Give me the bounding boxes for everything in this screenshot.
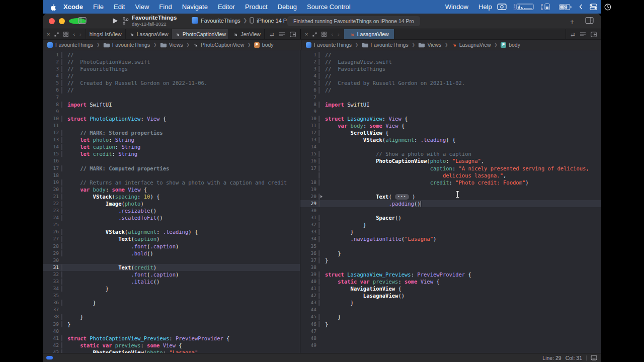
code-line[interactable]: 23 .resizable() (43, 207, 300, 214)
code-line[interactable]: 49 (300, 342, 601, 349)
line-number[interactable]: 3 (300, 65, 317, 72)
code-line[interactable]: 42 static var previews: some View { (43, 342, 300, 349)
line-number[interactable]: 19 (300, 186, 317, 193)
line-number[interactable]: 13 (300, 136, 317, 143)
scheme-selector[interactable]: FavouriteThings ❯ iPhone 14 Pro (192, 17, 292, 24)
line-number[interactable]: 39 (300, 271, 317, 278)
code-line[interactable]: 35 (43, 292, 300, 299)
code-line[interactable]: 36 } (300, 250, 601, 257)
tab-LasagnaView[interactable]: LasagnaView (126, 29, 172, 39)
menu-item-xcode[interactable]: Xcode (58, 3, 88, 11)
line-number[interactable]: 3 (43, 65, 60, 72)
clock-icon[interactable] (604, 4, 611, 11)
code-line[interactable]: 13 let photo: String (43, 136, 300, 143)
line-number[interactable]: 17 (300, 165, 317, 172)
line-number[interactable]: 31 (43, 264, 60, 271)
code-line[interactable]: 34 } (43, 285, 300, 292)
line-number[interactable]: 6 (43, 86, 60, 94)
scheme-name[interactable]: FavouriteThings (201, 18, 240, 24)
code-line[interactable]: 19 (300, 186, 601, 193)
line-number[interactable] (300, 172, 317, 179)
tab-JenView[interactable]: JenView (229, 29, 265, 39)
code-line[interactable]: 29 .padding() (300, 200, 601, 207)
line-number[interactable]: 35 (43, 292, 60, 299)
code-line[interactable]: 14 let caption: String (43, 143, 300, 150)
code-line[interactable]: 2// LasagnaView.swift (300, 58, 601, 65)
left-editor-jump-bar[interactable]: FavouriteThings❯FavouriteThings❯Views❯Ph… (43, 40, 301, 50)
line-number[interactable]: 7 (43, 94, 60, 101)
display-icon[interactable] (591, 355, 597, 360)
editor-options-icon[interactable] (580, 32, 586, 37)
line-number[interactable]: 25 (43, 221, 60, 228)
cpu-meter-icon[interactable]: CPU (514, 4, 534, 10)
line-number[interactable]: 18 (300, 179, 317, 186)
line-number[interactable]: 7 (300, 94, 317, 101)
code-line[interactable]: 33 } (300, 228, 601, 235)
code-line[interactable]: 10struct LasagnaView: View { (300, 115, 601, 122)
code-line[interactable]: 27 Text(caption) (43, 235, 300, 242)
line-number[interactable]: 34 (300, 235, 317, 242)
code-line[interactable]: 33 .italic() (43, 278, 300, 285)
breadcrumb-item-views[interactable]: Views (169, 42, 183, 48)
line-number[interactable]: 24 (43, 214, 60, 221)
line-number[interactable]: 8 (300, 101, 317, 108)
minimize-window-button[interactable] (59, 18, 65, 24)
breadcrumb-item-favouritethings[interactable]: FavouriteThings (314, 42, 352, 48)
close-editor-icon[interactable]: × (305, 32, 308, 37)
code-line[interactable]: 12 ScrollView { (300, 129, 601, 136)
run-button[interactable] (112, 18, 118, 24)
code-line[interactable]: 17 caption: "A nicely presented serving … (300, 165, 601, 172)
line-number[interactable]: 10 (300, 115, 317, 122)
line-number[interactable]: 13 (43, 136, 60, 143)
menu-item-help[interactable]: Help (473, 3, 497, 11)
line-number[interactable]: 4 (43, 72, 60, 79)
forward-icon[interactable]: › (338, 32, 340, 37)
code-line[interactable]: 8import SwiftUI (300, 101, 601, 108)
line-number[interactable]: 28 (43, 243, 60, 250)
code-line[interactable]: 48 (300, 335, 601, 342)
line-number[interactable]: 36 (43, 299, 60, 306)
library-add-button[interactable]: + (570, 18, 574, 26)
breadcrumb-item-body[interactable]: body (262, 42, 274, 48)
breadcrumb-item-favouritethings[interactable]: FavouriteThings (55, 42, 93, 48)
line-number[interactable]: 14 (300, 143, 317, 150)
control-center-icon[interactable] (590, 4, 597, 10)
line-number[interactable]: 5 (300, 79, 317, 86)
code-line[interactable]: 41struct PhotoCaptionView_Previews: Prev… (43, 335, 300, 342)
code-line[interactable]: 10struct PhotoCaptionView: View { (43, 115, 300, 122)
code-line[interactable]: 30 (43, 257, 300, 264)
line-number[interactable]: 31 (300, 214, 317, 221)
close-window-button[interactable] (49, 18, 55, 24)
line-number[interactable]: 17 (43, 165, 60, 172)
code-line[interactable]: 31 Text(credit) (43, 264, 300, 271)
line-number[interactable]: 49 (300, 342, 317, 349)
line-number[interactable]: 15 (300, 150, 317, 157)
code-line[interactable]: 11 var body: some View { (300, 122, 601, 129)
code-line[interactable]: 15 // Show a photo with a caption (300, 150, 601, 157)
code-line[interactable]: 26 VStack(alignment: .leading) { (43, 228, 300, 235)
tab-LasagnaView[interactable]: LasagnaView (344, 29, 394, 39)
folded-code-pill[interactable]: ••• (395, 194, 409, 200)
breadcrumb-item-photocaptionview[interactable]: PhotoCaptionView (201, 42, 244, 48)
line-number[interactable]: 42 (43, 342, 60, 349)
code-line[interactable]: 15 let credit: String (43, 150, 300, 157)
code-line[interactable]: 18 credit: "Photo credit: Foodom") (300, 179, 601, 186)
line-number[interactable]: 1 (300, 51, 317, 58)
code-fold-arrow-icon[interactable] (317, 193, 323, 200)
line-number[interactable]: 21 (43, 193, 60, 200)
code-line[interactable]: 6// (300, 86, 601, 94)
menu-item-window[interactable]: Window (440, 3, 473, 11)
code-line[interactable]: 40 static var previews: some View { (300, 278, 601, 285)
code-line[interactable]: 5// Created by Russell Gordon on 2021-11… (300, 79, 601, 86)
code-line[interactable]: 14 (300, 143, 601, 150)
line-number[interactable]: 32 (43, 271, 60, 278)
apple-menu-icon[interactable] (50, 3, 56, 11)
code-line[interactable]: 28 .font(.caption) (43, 243, 300, 250)
line-number[interactable]: 16 (43, 157, 60, 164)
navigator-sidebar-toggle[interactable] (78, 17, 87, 24)
line-number[interactable]: 34 (43, 285, 60, 292)
run-destination[interactable]: iPhone 14 Pro (257, 18, 292, 24)
line-number[interactable]: 30 (300, 207, 317, 214)
breadcrumb-item-favouritethings[interactable]: FavouriteThings (112, 42, 150, 48)
line-number[interactable]: 2 (43, 58, 60, 65)
